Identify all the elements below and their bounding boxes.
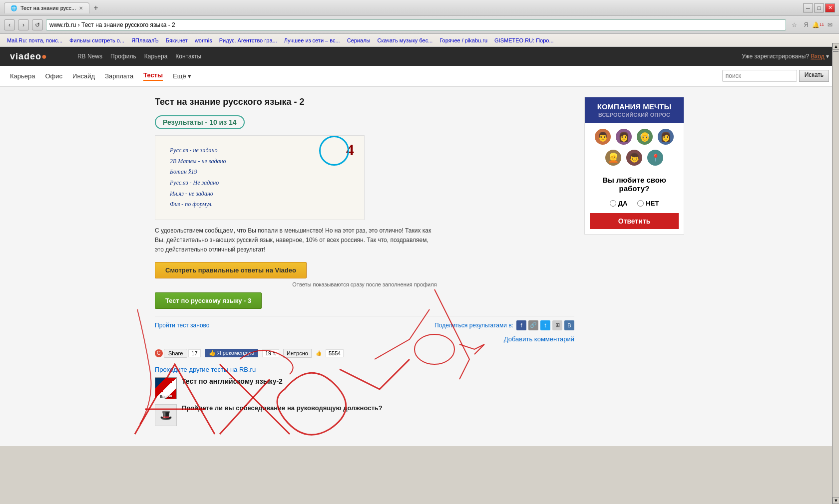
address-input[interactable] [46, 19, 786, 30]
view-answers-button[interactable]: Смотреть правильные ответы на Viadeo [155, 262, 307, 278]
hw-line-5: Ин.яз - не задано [170, 189, 350, 200]
bookmark-star-icon[interactable]: ☆ [789, 20, 799, 30]
content-left: Тест на знание русского языка - 2 Резуль… [155, 97, 574, 431]
forward-button[interactable]: › [18, 19, 29, 30]
test-english-label[interactable]: Тест по английскому языку-2 [182, 377, 283, 385]
mail-icon[interactable]: ✉ [825, 20, 835, 30]
interesting-button[interactable]: Интрсно [283, 349, 312, 358]
google-plus-icon: G [155, 349, 163, 357]
viadeo-nav-contacts[interactable]: Контакты [175, 53, 201, 60]
twitter-share-icon[interactable]: t [540, 320, 550, 330]
add-comment-link[interactable]: Добавить комментарий [504, 335, 574, 343]
maximize-button[interactable]: □ [814, 3, 824, 12]
search-input[interactable] [722, 70, 797, 82]
nav-tests[interactable]: Тесты [143, 71, 163, 81]
ad-radio-row: ДА НЕТ [585, 197, 684, 210]
titlebar: 🌐 Тест на знание русс... ✕ + ─ □ ✕ [0, 0, 839, 16]
viadeo-header: viadeo● RB News Профиль Карьера Контакты… [0, 47, 839, 66]
viadeo-login-link[interactable]: Вход [811, 53, 825, 60]
close-button[interactable]: ✕ [825, 3, 835, 12]
homework-image: Русс.яз - не задано 2В Матем - не задано… [155, 135, 365, 220]
bookmark-serialy[interactable]: Сериалы [344, 36, 374, 44]
bookmark-music[interactable]: Скачать музыку бес... [374, 36, 435, 44]
social-icons: f 🔗 t ⊞ В [516, 320, 574, 330]
rb-navigation: Карьера Офис Инсайд Зарплата Тесты Ещё ▾… [0, 66, 839, 87]
share-area: Поделиться результатами в: f 🔗 t ⊞ В [434, 320, 574, 330]
ad-box: КОМПАНИЯ МЕЧТЫ ВСЕРОССИЙСКИЙ ОПРОС 👨 👩 👴… [584, 97, 684, 235]
viadeo-nav-career[interactable]: Карьера [144, 53, 168, 60]
bookmark-byaki[interactable]: Бяки.нет [163, 36, 191, 44]
yandex-icon: Я [801, 20, 811, 30]
scroll-down-arrow[interactable]: ▼ [833, 497, 839, 504]
ad-radio-no[interactable]: НЕТ [637, 200, 659, 207]
back-button[interactable]: ‹ [4, 19, 15, 30]
vk-share-icon[interactable]: В [564, 320, 574, 330]
notification-icon[interactable]: 🔔11 [813, 20, 823, 30]
new-tab-button[interactable]: + [89, 3, 102, 12]
search-form: Искать [722, 70, 829, 82]
scroll-up-arrow[interactable]: ▲ [833, 43, 839, 50]
active-tab[interactable]: 🌐 Тест на знание русс... ✕ [4, 2, 89, 13]
retry-link[interactable]: Пройти тест заново [155, 322, 209, 329]
hw-line-6: Физ - по формул. [170, 199, 350, 210]
next-test-button[interactable]: Тест по русскому языку - 3 [155, 292, 262, 309]
viadeo-nav: RB News Профиль Карьера Контакты [77, 53, 201, 60]
bookmark-gismeteo[interactable]: GISMETEO.RU: Поро... [491, 36, 557, 44]
page-title: Тест на знание русского языка - 2 [155, 97, 574, 107]
bookmarks-bar: Mail.Ru: почта, поис... Фильмы смотреть … [0, 34, 839, 47]
test-item-english: English Тест по английскому языку-2 [155, 377, 574, 399]
interview-test-thumb: 🎩 [155, 404, 177, 426]
bookmark-films[interactable]: Фильмы смотреть о... [66, 36, 127, 44]
share-count: 17 [188, 349, 200, 357]
reload-button[interactable]: ↺ [32, 19, 43, 30]
main-content: Тест на знание русского языка - 2 Резуль… [145, 87, 694, 441]
face-6: 👦 [625, 149, 643, 167]
like-count: 19 т. [262, 349, 279, 357]
share-button[interactable]: Share [164, 349, 187, 358]
ad-answer-button[interactable]: Ответить [590, 213, 679, 229]
scroll-thumb[interactable] [833, 51, 839, 52]
scrollbar[interactable]: ▲ ▼ [832, 43, 839, 504]
other-tests-section: Проходите другие тесты на RB.ru English … [155, 366, 574, 426]
search-button[interactable]: Искать [799, 70, 829, 82]
interesting-count: 5554 [326, 349, 344, 357]
extra-share-icon[interactable]: ⊞ [552, 320, 562, 330]
like-button[interactable]: 👍 Я рекомендую [205, 349, 258, 357]
like-bar: G Share 17 👍 Я рекомендую 19 т. Интрсно … [155, 349, 574, 358]
viadeo-nav-profile[interactable]: Профиль [110, 53, 136, 60]
test-interview-label[interactable]: Пройдете ли вы собеседование на руководя… [182, 404, 383, 412]
address-bar: ‹ › ↺ ☆ Я 🔔11 ✉ [0, 16, 839, 34]
nav-career[interactable]: Карьера [10, 72, 35, 80]
nav-office[interactable]: Офис [45, 72, 63, 80]
hw-line-3: Ботан §19 [170, 167, 350, 178]
viadeo-nav-news[interactable]: RB News [77, 53, 102, 60]
viadeo-logo: viadeo● [10, 51, 47, 62]
g-plusone-area: G Share 17 [155, 349, 201, 358]
bookmark-yaplakal[interactable]: ЯПлакалЪ [128, 36, 162, 44]
facebook-share-icon[interactable]: f [516, 320, 526, 330]
other-tests-link[interactable]: Проходите другие тесты на RB.ru [155, 366, 256, 373]
radio-no-input[interactable] [637, 200, 644, 207]
result-description: С удовольствием сообщаем, что Вы попали … [155, 226, 434, 255]
ad-radio-yes[interactable]: ДА [610, 200, 628, 207]
face-7-location: 📍 [646, 149, 664, 167]
action-bar: Пройти тест заново Поделиться результата… [155, 316, 574, 330]
bookmark-ridus[interactable]: Ридус. Агентство гра... [216, 36, 280, 44]
tab-close-btn[interactable]: ✕ [79, 5, 83, 11]
nav-more[interactable]: Ещё ▾ [173, 72, 191, 80]
bookmark-pikabu[interactable]: Горячее / pikabu.ru [436, 36, 490, 44]
viadeo-login-area: Уже зарегистрированы? Вход ▾ [742, 53, 829, 60]
score-badge: Результаты - 10 из 14 [155, 115, 245, 129]
minimize-button[interactable]: ─ [803, 3, 813, 12]
scroll-track[interactable] [833, 50, 839, 497]
nav-salary[interactable]: Зарплата [105, 72, 133, 80]
radio-yes-input[interactable] [610, 200, 616, 207]
window-controls: ─ □ ✕ [803, 3, 835, 12]
tab-title: Тест на знание русс... [20, 5, 76, 11]
link-share-icon[interactable]: 🔗 [528, 320, 538, 330]
nav-insaid[interactable]: Инсайд [72, 72, 95, 80]
bookmark-wormis[interactable]: wormis [192, 36, 215, 44]
share-results-link[interactable]: Поделиться результатами в: [434, 322, 513, 329]
bookmark-mail[interactable]: Mail.Ru: почта, поис... [4, 36, 65, 44]
bookmark-luchshee[interactable]: Лучшее из сети – вс... [281, 36, 343, 44]
